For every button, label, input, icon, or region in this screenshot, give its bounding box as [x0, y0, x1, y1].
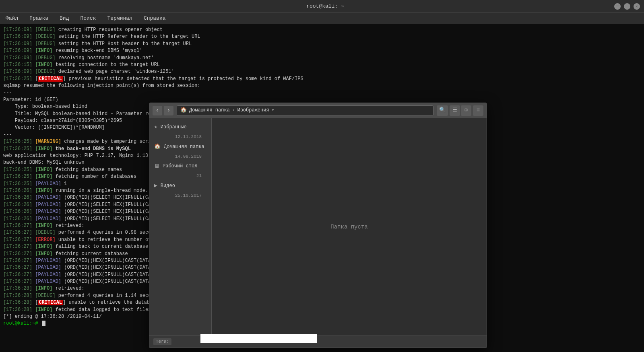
- overlay-main: Папка пуста: [212, 118, 487, 336]
- view-buttons: ☰ ⊞: [450, 105, 471, 116]
- maximize-button[interactable]: □: [624, 3, 630, 10]
- address-home-label: Домашняя папка: [189, 107, 230, 114]
- term-line: [17:36:09] [DEBUG] declared web page cha…: [3, 68, 641, 75]
- menu-file[interactable]: Файл: [3, 14, 21, 22]
- term-line: [17:36:09] [DEBUG] resolving hostname 'd…: [3, 55, 641, 62]
- window-title: root@kali: ~: [36, 3, 614, 9]
- file-manager-overlay: ‹ › 🏠 Домашняя папка › Изображения ▾ 🔍 ☰…: [149, 103, 487, 348]
- critical-badge-2: CRITICAL: [38, 300, 63, 305]
- sidebar-date-3: 21: [192, 172, 206, 180]
- menu-terminal[interactable]: Терминал: [105, 14, 134, 22]
- sidebar-video-label: Видео: [161, 183, 175, 189]
- menu-view[interactable]: Вид: [57, 14, 71, 22]
- menu-help[interactable]: Справка: [141, 14, 168, 22]
- close-button[interactable]: ✕: [634, 3, 640, 10]
- grid-view-button[interactable]: ⊞: [461, 105, 471, 116]
- overlay-toolbar: ‹ › 🏠 Домашняя папка › Изображения ▾ 🔍 ☰…: [149, 103, 487, 118]
- dropdown-arrow-icon: ▾: [272, 107, 275, 114]
- term-line: [17:36:09] [DEBUG] setting the HTTP Host…: [3, 41, 641, 47]
- star-icon: ★: [154, 124, 157, 131]
- search-button[interactable]: 🔍: [437, 105, 448, 116]
- sidebar-date-1: 12.11.2018: [170, 133, 206, 141]
- sidebar-desktop-label: Рабочий стол: [163, 163, 197, 170]
- minimize-button[interactable]: ─: [614, 3, 621, 10]
- sidebar-favorites-label: Избранные: [161, 124, 187, 131]
- term-line: [17:36:15] [INFO] testing connection to …: [3, 62, 641, 68]
- video-icon: ▶: [154, 182, 157, 190]
- address-subfolder-label: Изображения: [237, 107, 269, 114]
- sidebar-item-desktop[interactable]: 🖥 Рабочий стол: [149, 161, 211, 173]
- forward-button[interactable]: ›: [164, 106, 173, 115]
- terminal-area: [17:36:09] [DEBUG] creating HTTP request…: [0, 24, 644, 352]
- term-line: [17:36:09] [DEBUG] setting the HTTP Refe…: [3, 33, 641, 40]
- desktop-icon: 🖥: [154, 163, 159, 171]
- critical-badge: CRITICAL: [38, 76, 63, 82]
- overlay-menu-button[interactable]: ≡: [473, 105, 483, 116]
- sidebar-date-2: 14.08.2018: [170, 153, 206, 161]
- back-button[interactable]: ‹: [153, 106, 162, 115]
- titlebar: root@kali: ~ ─ □ ✕: [0, 0, 644, 13]
- sidebar-item-favorites[interactable]: ★ Избранные: [149, 121, 211, 133]
- footer-tag-label: Теги:: [153, 338, 171, 346]
- term-line: [17:36:09] [INFO] resuming back-end DBMS…: [3, 47, 641, 54]
- term-line: [17:36:09] [DEBUG] creating HTTP request…: [3, 27, 641, 33]
- list-view-button[interactable]: ☰: [450, 105, 460, 116]
- sidebar-item-video[interactable]: ▶ Видео: [149, 180, 211, 192]
- home-icon: 🏠: [180, 107, 187, 114]
- address-bar[interactable]: 🏠 Домашняя папка › Изображения ▾: [177, 105, 433, 116]
- window-controls: ─ □ ✕: [614, 3, 640, 10]
- term-line-critical: [17:36:25] [CRITICAL] previous heuristic…: [3, 76, 641, 82]
- sidebar-date-4: 25.10.2017: [170, 192, 206, 200]
- sidebar-item-home[interactable]: 🏠 Домашняя папка: [149, 141, 211, 153]
- overlay-sidebar: ★ Избранные 12.11.2018 🏠 Домашняя папка …: [149, 118, 212, 336]
- input-box[interactable]: [200, 334, 317, 343]
- menubar: Файл Правка Вид Поиск Терминал Справка: [0, 13, 644, 24]
- menu-edit[interactable]: Правка: [27, 14, 51, 22]
- term-line: sqlmap resumed the following injection p…: [3, 82, 641, 89]
- cursor: [42, 321, 45, 326]
- term-line: ---: [3, 90, 641, 97]
- home-sidebar-icon: 🏠: [154, 143, 161, 151]
- overlay-body: ★ Избранные 12.11.2018 🏠 Домашняя папка …: [149, 118, 487, 336]
- sidebar-home-label: Домашняя папка: [164, 144, 204, 150]
- overlay-footer: Теги:: [149, 336, 487, 348]
- empty-folder-label: Папка пуста: [330, 223, 367, 231]
- menu-search[interactable]: Поиск: [78, 14, 98, 22]
- address-separator: ›: [232, 107, 235, 114]
